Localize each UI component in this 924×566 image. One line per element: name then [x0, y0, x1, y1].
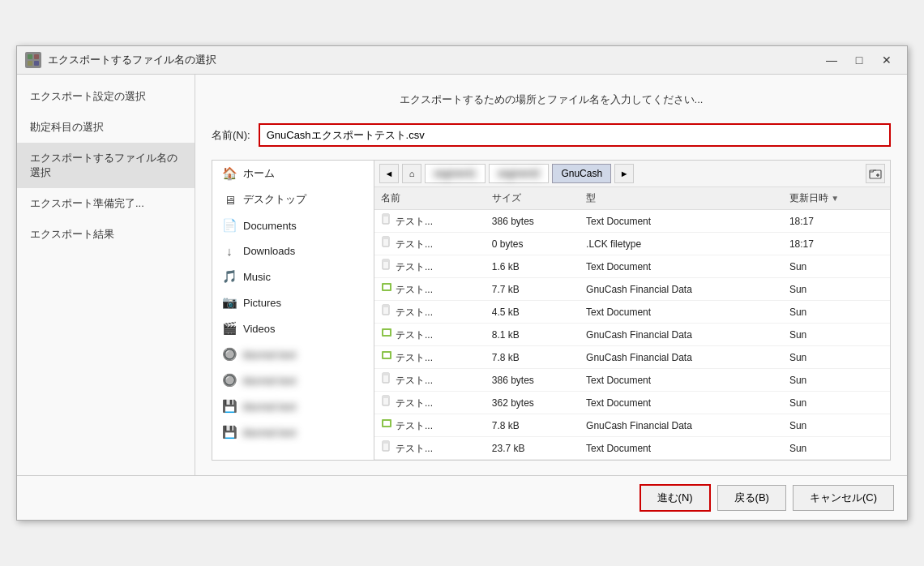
- drive-icon-2: 💾: [222, 425, 237, 440]
- col-type[interactable]: 型: [580, 187, 783, 210]
- filename-input[interactable]: [259, 123, 891, 147]
- table-row[interactable]: テスト... 386 bytes Text Document Sun: [374, 369, 890, 392]
- back-nav-button[interactable]: ◄: [379, 164, 399, 183]
- file-name: テスト...: [374, 278, 486, 301]
- file-icon: [381, 283, 392, 295]
- file-name: テスト...: [374, 414, 486, 437]
- footer-bar: 進む(N) 戻る(B) キャンセル(C): [17, 475, 907, 520]
- file-size: 8.1 kB: [486, 324, 580, 346]
- place-item-pictures[interactable]: 📷 Pictures: [212, 289, 374, 315]
- file-size: 1.6 kB: [486, 255, 580, 278]
- titlebar: エクスポートするファイル名の選択 — □ ✕: [17, 46, 907, 75]
- file-name: テスト...: [374, 392, 486, 414]
- file-icon: [381, 328, 392, 341]
- place-label-blurred2: blurred text: [243, 375, 296, 387]
- place-item-blurred2[interactable]: 🔘 blurred text: [212, 367, 374, 393]
- files-table: 名前 サイズ 型 更新日時 ▼ テスト... 386 bytes Text Do…: [374, 187, 890, 460]
- home-nav-button[interactable]: ⌂: [402, 164, 421, 183]
- table-row[interactable]: テスト... 7.8 kB GnuCash Financial Data Sun: [374, 414, 890, 437]
- window-title: エクスポートするファイル名の選択: [48, 53, 813, 67]
- table-row[interactable]: テスト... 7.7 kB GnuCash Financial Data Sun: [374, 278, 890, 301]
- svg-rect-1: [34, 54, 39, 59]
- path-segment-blurred2[interactable]: segment2: [489, 164, 550, 183]
- file-name: テスト...: [374, 233, 486, 255]
- instruction-text: エクスポートするための場所とファイル名を入力してください...: [212, 89, 891, 114]
- svg-rect-26: [383, 421, 390, 426]
- device-icon-1: 🔘: [222, 347, 237, 362]
- svg-rect-3: [34, 61, 39, 66]
- file-name: テスト...: [374, 369, 486, 392]
- place-label-blurred4: blurred text: [243, 427, 296, 439]
- table-row[interactable]: テスト... 8.1 kB GnuCash Financial Data Sun: [374, 324, 890, 346]
- forward-nav-button[interactable]: ►: [614, 164, 634, 183]
- table-row[interactable]: テスト... 7.8 kB GnuCash Financial Data Sun: [374, 346, 890, 369]
- file-date: Sun: [783, 392, 890, 414]
- back-button[interactable]: 戻る(B): [717, 485, 786, 511]
- svg-rect-12: [383, 259, 389, 262]
- place-label-documents: Documents: [243, 220, 297, 232]
- file-type: Text Document: [580, 210, 783, 233]
- file-name: テスト...: [374, 324, 486, 346]
- svg-rect-24: [383, 396, 389, 398]
- sidebar-item-filename[interactable]: エクスポートするファイル名の選択: [17, 143, 195, 188]
- file-name: テスト...: [374, 255, 486, 278]
- place-item-desktop[interactable]: 🖥 デスクトップ: [212, 187, 374, 212]
- places-panel: 🏠 ホーム 🖥 デスクトップ 📄 Documents ↓ Downloads: [212, 161, 374, 460]
- col-date[interactable]: 更新日時 ▼: [783, 187, 890, 210]
- file-name: テスト...: [374, 437, 486, 460]
- svg-rect-18: [383, 330, 390, 335]
- file-date: Sun: [783, 346, 890, 369]
- file-type: .LCK filetype: [580, 233, 783, 255]
- files-panel: ◄ ⌂ segment1 segment2 GnuCash ►: [374, 161, 890, 460]
- table-row[interactable]: テスト... 4.5 kB Text Document Sun: [374, 301, 890, 324]
- file-icon: [381, 442, 392, 454]
- file-date: 18:17: [783, 210, 890, 233]
- close-button[interactable]: ✕: [875, 51, 899, 69]
- sidebar-item-ready[interactable]: エクスポート準備完了...: [17, 188, 195, 219]
- place-item-blurred4[interactable]: 💾 blurred text: [212, 419, 374, 445]
- place-item-blurred3[interactable]: 💾 blurred text: [212, 393, 374, 419]
- sidebar-item-export-settings[interactable]: エクスポート設定の選択: [17, 81, 195, 112]
- table-row[interactable]: テスト... 362 bytes Text Document Sun: [374, 392, 890, 414]
- file-type: Text Document: [580, 392, 783, 414]
- file-size: 7.8 kB: [486, 346, 580, 369]
- file-date: Sun: [783, 369, 890, 392]
- music-icon: 🎵: [222, 269, 237, 284]
- next-button[interactable]: 進む(N): [640, 484, 711, 512]
- col-size[interactable]: サイズ: [486, 187, 580, 210]
- content-area: エクスポートするための場所とファイル名を入力してください... 名前(N): 🏠…: [195, 75, 907, 475]
- file-icon: [381, 238, 392, 250]
- place-label-desktop: デスクトップ: [243, 192, 306, 207]
- file-type: GnuCash Financial Data: [580, 324, 783, 346]
- file-date: Sun: [783, 324, 890, 346]
- svg-rect-2: [28, 61, 32, 66]
- table-row[interactable]: テスト... 1.6 kB Text Document Sun: [374, 255, 890, 278]
- cancel-button[interactable]: キャンセル(C): [793, 485, 894, 511]
- place-item-home[interactable]: 🏠 ホーム: [212, 161, 374, 187]
- sidebar-item-accounts[interactable]: 勘定科目の選択: [17, 112, 195, 143]
- place-item-videos[interactable]: 🎬 Videos: [212, 315, 374, 341]
- place-item-blurred1[interactable]: 🔘 blurred text: [212, 341, 374, 367]
- table-row[interactable]: テスト... 386 bytes Text Document 18:17: [374, 210, 890, 233]
- table-row[interactable]: テスト... 0 bytes .LCK filetype 18:17: [374, 233, 890, 255]
- place-item-documents[interactable]: 📄 Documents: [212, 212, 374, 238]
- path-segment-blurred1[interactable]: segment1: [425, 164, 486, 183]
- file-type: Text Document: [580, 255, 783, 278]
- videos-icon: 🎬: [222, 321, 237, 336]
- file-icon: [381, 419, 392, 431]
- table-row[interactable]: テスト... 23.7 kB Text Document Sun: [374, 437, 890, 460]
- path-segment-gnucash[interactable]: GnuCash: [552, 164, 611, 183]
- place-item-downloads[interactable]: ↓ Downloads: [212, 238, 374, 264]
- new-folder-button[interactable]: [866, 164, 885, 183]
- file-icon: [381, 351, 392, 363]
- main-content: エクスポート設定の選択 勘定科目の選択 エクスポートするファイル名の選択 エクス…: [17, 75, 907, 475]
- sidebar-item-results[interactable]: エクスポート結果: [17, 219, 195, 250]
- place-item-music[interactable]: 🎵 Music: [212, 264, 374, 289]
- maximize-button[interactable]: □: [847, 51, 871, 69]
- file-type: Text Document: [580, 301, 783, 324]
- file-date: Sun: [783, 437, 890, 460]
- file-date: Sun: [783, 255, 890, 278]
- minimize-button[interactable]: —: [819, 51, 844, 69]
- sort-arrow: ▼: [831, 194, 839, 203]
- col-name[interactable]: 名前: [374, 187, 486, 210]
